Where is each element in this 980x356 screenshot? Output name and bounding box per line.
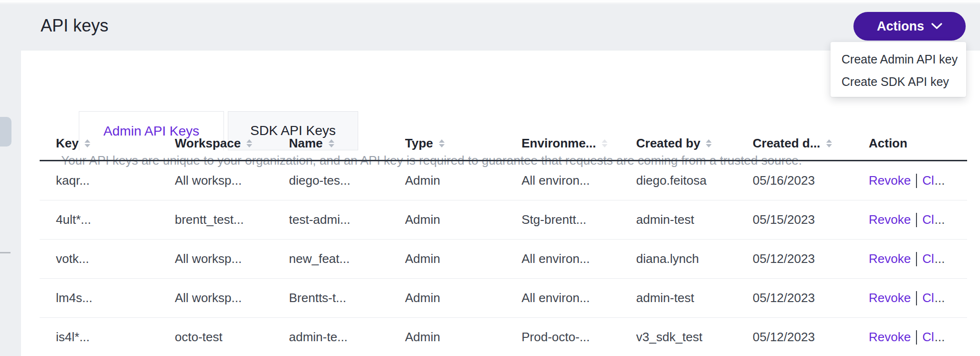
cell-workspace: brentt_test... xyxy=(175,212,289,227)
sort-icon xyxy=(246,139,252,147)
cell-key: lm4s... xyxy=(56,291,175,305)
table-row: votk... All worksp... new_feat... Admin … xyxy=(40,240,967,279)
cell-created-date: 05/16/2023 xyxy=(753,173,869,188)
column-header-name[interactable]: Name xyxy=(289,136,405,151)
revoke-link[interactable]: Revoke xyxy=(869,330,911,345)
actions-dropdown-menu: Create Admin API key Create SDK API key xyxy=(831,42,966,97)
page-title: API keys xyxy=(41,16,108,36)
actions-button-label: Actions xyxy=(877,19,924,34)
cell-created-by: admin-test xyxy=(636,291,753,305)
cell-type: Admin xyxy=(405,330,522,345)
cell-workspace: All worksp... xyxy=(175,173,289,188)
cell-environment: Prod-octo-... xyxy=(522,330,636,345)
cell-created-date: 05/12/2023 xyxy=(753,330,869,345)
cell-type: Admin xyxy=(405,212,522,227)
left-gutter xyxy=(0,51,21,356)
api-keys-table: Key Workspace Name Type Environme... Cre… xyxy=(40,127,967,356)
cell-type: Admin xyxy=(405,251,522,266)
column-header-key[interactable]: Key xyxy=(56,136,175,151)
column-header-type[interactable]: Type xyxy=(405,136,522,151)
action-separator xyxy=(916,330,917,345)
cell-name: test-admi... xyxy=(289,212,405,227)
cell-workspace: octo-test xyxy=(175,330,289,345)
action-separator xyxy=(916,174,917,188)
revoke-link[interactable]: Revoke xyxy=(869,212,911,227)
clone-link[interactable]: Cl xyxy=(922,330,934,345)
sort-icon xyxy=(439,139,445,147)
cell-key: 4ult*... xyxy=(56,212,175,227)
cell-action: Revoke Cl... xyxy=(869,173,967,188)
cell-key: kaqr... xyxy=(56,173,175,188)
cell-type: Admin xyxy=(405,291,522,305)
cell-environment: All environ... xyxy=(522,291,636,305)
cell-action: Revoke Cl... xyxy=(869,251,967,266)
cell-created-by: admin-test xyxy=(636,212,753,227)
cell-key: votk... xyxy=(56,251,175,266)
cell-environment: All environ... xyxy=(522,251,636,266)
cell-key: is4l*... xyxy=(56,330,175,345)
table-row: 4ult*... brentt_test... test-admi... Adm… xyxy=(40,200,967,240)
clone-link[interactable]: Cl xyxy=(922,212,934,227)
table-row: kaqr... All worksp... diego-tes... Admin… xyxy=(40,161,967,200)
column-header-workspace[interactable]: Workspace xyxy=(175,136,289,151)
revoke-link[interactable]: Revoke xyxy=(869,291,911,305)
column-header-action: Action xyxy=(869,136,967,151)
sort-icon xyxy=(602,139,607,147)
cell-action: Revoke Cl... xyxy=(869,330,967,345)
sort-icon xyxy=(85,139,90,147)
actions-button[interactable]: Actions xyxy=(853,12,966,41)
cell-created-date: 05/12/2023 xyxy=(753,251,869,266)
sidebar-divider xyxy=(0,252,11,253)
cell-action: Revoke Cl... xyxy=(869,291,967,305)
clone-link[interactable]: Cl xyxy=(922,291,934,305)
cell-created-by: diego.feitosa xyxy=(636,173,753,188)
table-row: is4l*... octo-test admin-te... Admin Pro… xyxy=(40,318,967,356)
clone-link[interactable]: Cl xyxy=(922,251,934,266)
table-row: lm4s... All worksp... Brentts-t... Admin… xyxy=(40,279,967,318)
cell-environment: All environ... xyxy=(522,173,636,188)
cell-name: admin-te... xyxy=(289,330,405,345)
cell-name: diego-tes... xyxy=(289,173,405,188)
action-separator xyxy=(916,291,917,305)
chevron-down-icon xyxy=(931,23,942,30)
sort-icon xyxy=(826,139,832,147)
api-keys-page: API keys Actions Admin API Keys SDK API … xyxy=(0,0,980,356)
sort-icon xyxy=(329,139,334,147)
cell-name: new_feat... xyxy=(289,251,405,266)
cell-action: Revoke Cl... xyxy=(869,212,967,227)
sort-icon xyxy=(706,139,712,147)
cell-created-by: v3_sdk_test xyxy=(636,330,753,345)
menu-item-create-admin-api-key[interactable]: Create Admin API key xyxy=(831,48,966,71)
cell-type: Admin xyxy=(405,173,522,188)
column-header-created-date[interactable]: Created d... xyxy=(753,136,869,151)
revoke-link[interactable]: Revoke xyxy=(869,173,911,188)
cell-workspace: All worksp... xyxy=(175,251,289,266)
cell-environment: Stg-brentt... xyxy=(522,212,636,227)
cell-created-by: diana.lynch xyxy=(636,251,753,266)
column-header-environment[interactable]: Environme... xyxy=(522,136,636,151)
cell-created-date: 05/12/2023 xyxy=(753,291,869,305)
sidebar-scroll-thumb[interactable] xyxy=(0,117,11,147)
cell-workspace: All worksp... xyxy=(175,291,289,305)
cell-created-date: 05/15/2023 xyxy=(753,212,869,227)
action-separator xyxy=(916,213,917,227)
cell-name: Brentts-t... xyxy=(289,291,405,305)
menu-item-create-sdk-api-key[interactable]: Create SDK API key xyxy=(831,71,966,93)
column-header-created-by[interactable]: Created by xyxy=(636,136,753,151)
clone-link[interactable]: Cl xyxy=(922,173,934,188)
action-separator xyxy=(916,252,917,266)
top-strip xyxy=(0,0,980,3)
table-header-row: Key Workspace Name Type Environme... Cre… xyxy=(40,127,967,161)
revoke-link[interactable]: Revoke xyxy=(869,251,911,266)
